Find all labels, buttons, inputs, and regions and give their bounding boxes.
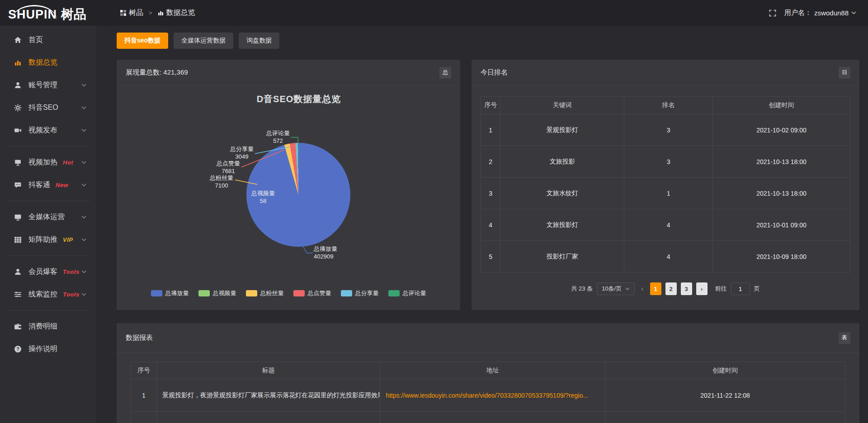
screen-heat-icon xyxy=(14,159,22,166)
chart-legend: 总播放量 总视频量 总粉丝量 总点赞量 总分享量 总评论量 xyxy=(117,289,460,297)
breadcrumb-current-label: 数据总览 xyxy=(166,8,195,18)
cell-created: 2021-10-13 18:00 xyxy=(713,146,850,178)
report-table: 序号 标题 地址 创建时间 1 景观投影灯，夜游景观投影灯厂家展示展示落花灯在花… xyxy=(131,362,845,423)
legend-label: 总评论量 xyxy=(403,289,426,297)
monitor-icon xyxy=(14,213,22,221)
cell-keyword: 文旅水纹灯 xyxy=(500,178,624,209)
sidebar-item-data-overview[interactable]: 数据总览 xyxy=(0,51,96,74)
hot-badge: Hot xyxy=(63,159,73,166)
table-row: 2文旅投影32021-10-13 18:00 xyxy=(481,146,850,178)
page-button-2[interactable]: 2 xyxy=(665,282,677,295)
col-url: 地址 xyxy=(380,362,605,379)
sidebar-item-media-operation[interactable]: 全媒体运营 xyxy=(0,206,96,228)
table-header-row: 序号 关键词 排名 创建时间 xyxy=(481,97,850,114)
sidebar-item-douyin-seo[interactable]: 抖音SEO xyxy=(0,96,96,119)
fullscreen-icon[interactable] xyxy=(769,9,776,17)
breadcrumb-current[interactable]: 数据总览 xyxy=(158,8,195,18)
day-badge[interactable]: 日 xyxy=(839,67,850,79)
legend-item-shares[interactable]: 总分享量 xyxy=(341,289,379,297)
cell-created xyxy=(605,412,845,423)
sidebar-item-home[interactable]: 首页 xyxy=(0,28,96,51)
cell-keyword: 景观投影灯 xyxy=(500,114,624,146)
legend-swatch xyxy=(151,290,162,296)
sidebar-item-douketong[interactable]: 抖客通 New xyxy=(0,174,96,196)
cell-rank: 4 xyxy=(624,209,712,241)
col-keyword: 关键词 xyxy=(500,97,624,114)
legend-item-plays[interactable]: 总播放量 xyxy=(151,289,189,297)
pagination: 共 23 条 10条/页 ‹ 1 2 3 › 前往 页 xyxy=(472,282,859,295)
bar-chart-icon xyxy=(14,59,22,66)
legend-item-videos[interactable]: 总视频量 xyxy=(198,289,236,297)
legend-item-comments[interactable]: 总评论量 xyxy=(388,289,426,297)
sidebar-item-video-publish[interactable]: 视频发布 xyxy=(0,119,96,141)
cell-title: 景观投影灯，夜游景观投影灯厂家展示展示落花灯在花园里的灯光投影应用效果 # xyxy=(156,379,380,412)
legend-label: 总播放量 xyxy=(165,289,189,297)
pie-label-plays: 总播放量402909 xyxy=(314,245,337,260)
grid-icon xyxy=(14,236,22,244)
page-size-value: 10条/页 xyxy=(602,285,622,293)
sidebar-item-label: 操作说明 xyxy=(28,344,57,354)
page-size-select[interactable]: 10条/页 xyxy=(597,282,635,295)
cell-created: 2021-10-09 18:00 xyxy=(713,241,850,273)
cell-rank: 4 xyxy=(624,241,712,273)
wallet-icon xyxy=(14,323,22,330)
tab-media-operation-data[interactable]: 全媒体运营数据 xyxy=(174,33,233,49)
sidebar-divider xyxy=(6,255,90,256)
chevron-down-icon xyxy=(81,106,86,109)
logo[interactable]: SHUPIN 树品 xyxy=(8,5,86,21)
top-header: SHUPIN 树品 树品 > 数据总览 用户名：zswodun88 xyxy=(0,0,868,26)
next-page-button[interactable]: › xyxy=(696,282,708,295)
tab-douyin-seo-data[interactable]: 抖音seo数据 xyxy=(117,33,168,49)
cell-index xyxy=(131,412,157,423)
page-button-1[interactable]: 1 xyxy=(650,282,661,295)
sidebar-item-member-burst[interactable]: 会员爆客 Tools xyxy=(0,260,96,283)
chevron-down-icon xyxy=(81,129,86,132)
sidebar-item-instructions[interactable]: ? 操作说明 xyxy=(0,338,96,360)
app-root: SHUPIN 树品 树品 > 数据总览 用户名：zswodun88 xyxy=(0,0,868,423)
sidebar-item-lead-monitor[interactable]: 线索监控 Tools xyxy=(0,283,96,306)
chevron-down-icon xyxy=(625,287,630,290)
col-index: 序号 xyxy=(131,362,157,379)
ranking-table: 序号 关键词 排名 创建时间 1景观投影灯32021-10-02 09:00 2… xyxy=(481,96,850,273)
legend-item-fans[interactable]: 总粉丝量 xyxy=(246,289,284,297)
chevron-down-icon xyxy=(81,238,86,241)
breadcrumb-root[interactable]: 树品 xyxy=(120,8,143,18)
tab-inquiry-data[interactable]: 询盘数据 xyxy=(239,33,279,49)
sidebar-item-label: 首页 xyxy=(28,35,43,45)
chevron-down-icon xyxy=(81,216,86,219)
prev-page-button[interactable]: ‹ xyxy=(639,285,646,293)
top-row: 展现量总数: 421,369 总 D音SEO数据量总览 总评论量572 总分享量… xyxy=(117,60,859,310)
col-rank: 排名 xyxy=(624,97,712,114)
report-panel-title: 数据报表 xyxy=(126,334,153,342)
logo-text-en: SHUPIN xyxy=(8,5,57,21)
sidebar-item-consumption[interactable]: 消费明细 xyxy=(0,315,96,338)
total-badge[interactable]: 总 xyxy=(439,67,451,79)
sidebar-item-matrix-boost[interactable]: 矩阵助推 VIP xyxy=(0,228,96,251)
sidebar-item-label: 线索监控 xyxy=(28,290,57,299)
cell-rank: 3 xyxy=(624,146,712,178)
cell-index: 3 xyxy=(481,178,500,209)
pie-chart-area: D音SEO数据量总览 总评论量572 总分享量3049 总点赞量7681 总粉丝… xyxy=(117,86,460,310)
sidebar-item-video-heat[interactable]: 视频加热 Hot xyxy=(0,151,96,174)
legend-swatch xyxy=(341,290,352,296)
page-button-3[interactable]: 3 xyxy=(681,282,692,295)
tools-badge: Tools xyxy=(63,268,80,275)
table-header-row: 序号 标题 地址 创建时间 xyxy=(131,362,845,379)
pie-label-name: 总视频量 xyxy=(251,189,275,197)
pie-label-name: 总粉丝量 xyxy=(210,174,233,182)
tools-badge: Tools xyxy=(63,291,80,298)
sliders-icon xyxy=(14,291,22,298)
table-badge[interactable]: 表 xyxy=(839,332,850,344)
impressions-total-label: 展现量总数: xyxy=(126,68,163,76)
goto-page-input[interactable] xyxy=(731,282,750,295)
video-url-link[interactable]: https://www.iesdouyin.com/share/video/70… xyxy=(386,392,588,399)
user-menu[interactable]: 用户名：zswodun88 xyxy=(784,9,856,17)
breadcrumb-root-label: 树品 xyxy=(129,8,143,18)
sidebar-item-label: 抖音SEO xyxy=(28,103,58,113)
breadcrumb: 树品 > 数据总览 xyxy=(120,8,195,18)
legend-item-likes[interactable]: 总点赞量 xyxy=(293,289,331,297)
pie-label-name: 总播放量 xyxy=(314,245,337,253)
sidebar-item-account[interactable]: 账号管理 xyxy=(0,74,96,96)
legend-swatch xyxy=(246,290,257,296)
breadcrumb-separator: > xyxy=(149,9,152,16)
